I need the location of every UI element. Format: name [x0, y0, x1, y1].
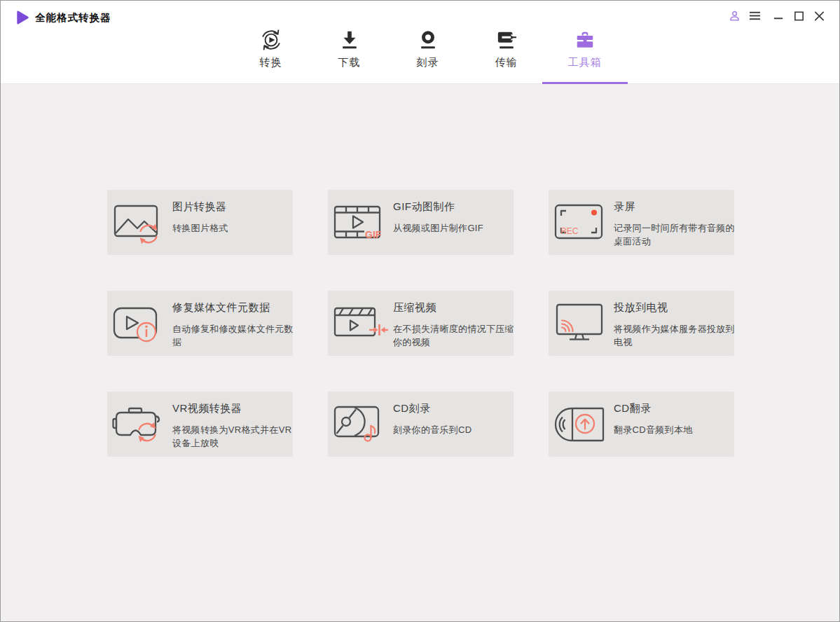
tab-convert[interactable]: 转换	[232, 29, 310, 84]
tool-title: 投放到电视	[614, 301, 738, 313]
tool-title: 修复媒体文件元数据	[172, 301, 297, 313]
transfer-icon	[496, 29, 517, 50]
tool-title: 压缩视频	[393, 301, 518, 313]
user-icon	[729, 10, 741, 22]
tool-card-vr-converter[interactable]: VR视频转换器 将视频转换为VR格式并在VR设备上放映	[107, 392, 293, 457]
tab-download[interactable]: 下载	[310, 29, 389, 84]
tool-desc: 翻录CD音频到本地	[614, 423, 738, 436]
minimize-icon	[773, 10, 785, 22]
tools-grid: 图片转换器 转换图片格式 GIF动图制作 从视频或图片制作GIF 录屏 记录同一…	[107, 190, 734, 457]
tab-transfer[interactable]: 传输	[467, 29, 546, 84]
play-triangle-logo	[16, 11, 29, 25]
tool-desc: 转换图片格式	[172, 221, 297, 235]
cd-burn-icon	[333, 403, 389, 446]
tool-desc: 刻录你的音乐到CD	[393, 423, 518, 436]
tool-desc: 从视频或图片制作GIF	[393, 221, 518, 235]
close-button[interactable]	[813, 8, 825, 22]
tab-toolbox[interactable]: 工具箱	[546, 29, 624, 84]
toolbox-content: 图片转换器 转换图片格式 GIF动图制作 从视频或图片制作GIF 录屏 记录同一…	[1, 84, 839, 621]
gif-maker-icon	[333, 201, 389, 244]
convert-icon	[261, 29, 282, 50]
tool-title: CD刻录	[393, 402, 518, 414]
tool-desc: 记录同一时间所有带有音频的桌面活动	[614, 221, 738, 248]
compress-video-icon	[333, 302, 389, 345]
tool-desc: 在不损失清晰度的情况下压缩你的视频	[393, 322, 518, 349]
tab-label: 刻录	[417, 56, 439, 69]
tool-card-cd-burner[interactable]: CD刻录 刻录你的音乐到CD	[328, 392, 514, 457]
app-title: 全能格式转换器	[35, 11, 111, 25]
tool-desc: 将视频作为媒体服务器投放到电视	[614, 322, 738, 349]
maximize-button[interactable]	[792, 8, 805, 22]
cd-rip-icon	[553, 403, 610, 446]
burn-icon	[418, 29, 439, 50]
app-window: 全能格式转换器 转换 下载 刻录 传输 工具箱	[0, 0, 840, 622]
vr-converter-icon	[112, 403, 168, 446]
tool-title: GIF动图制作	[393, 200, 518, 212]
tool-title: CD翻录	[614, 402, 738, 414]
tool-card-gif-maker[interactable]: GIF动图制作 从视频或图片制作GIF	[328, 190, 514, 255]
tool-card-video-compressor[interactable]: 压缩视频 在不损失清晰度的情况下压缩你的视频	[328, 291, 514, 356]
tool-card-cd-ripper[interactable]: CD翻录 翻录CD音频到本地	[549, 392, 734, 457]
main-nav: 转换 下载 刻录 传输 工具箱	[232, 29, 624, 84]
tool-title: 图片转换器	[172, 200, 297, 212]
tool-desc: 将视频转换为VR格式并在VR设备上放映	[172, 423, 297, 450]
user-button[interactable]	[728, 8, 741, 22]
maximize-icon	[793, 10, 805, 22]
toolbox-icon	[574, 29, 595, 50]
tool-card-cast-to-tv[interactable]: 投放到电视 将视频作为媒体服务器投放到电视	[549, 291, 734, 356]
menu-button[interactable]	[748, 8, 761, 22]
tool-desc: 自动修复和修改媒体文件元数据	[172, 322, 297, 349]
window-controls	[720, 8, 825, 22]
menu-icon	[749, 10, 761, 22]
minimize-button[interactable]	[772, 8, 785, 22]
tab-label: 下载	[338, 56, 361, 69]
tool-card-image-converter[interactable]: 图片转换器 转换图片格式	[107, 190, 293, 255]
tab-burn[interactable]: 刻录	[389, 29, 467, 84]
header: 全能格式转换器 转换 下载 刻录 传输 工具箱	[1, 1, 839, 84]
download-icon	[339, 29, 360, 50]
tool-title: 录屏	[614, 200, 738, 212]
tab-label: 工具箱	[568, 56, 602, 69]
tab-label: 传输	[495, 56, 518, 69]
cast-to-tv-icon	[553, 302, 610, 345]
close-icon	[813, 10, 825, 22]
tool-title: VR视频转换器	[172, 402, 297, 414]
tool-card-fix-metadata[interactable]: 修复媒体文件元数据 自动修复和修改媒体文件元数据	[107, 291, 293, 356]
fix-metadata-icon	[112, 302, 168, 345]
tool-card-screen-recorder[interactable]: 录屏 记录同一时间所有带有音频的桌面活动	[549, 190, 734, 255]
screen-recorder-icon	[553, 201, 610, 244]
app-identity: 全能格式转换器	[16, 11, 111, 25]
image-converter-icon	[112, 201, 168, 244]
tab-label: 转换	[260, 56, 282, 69]
